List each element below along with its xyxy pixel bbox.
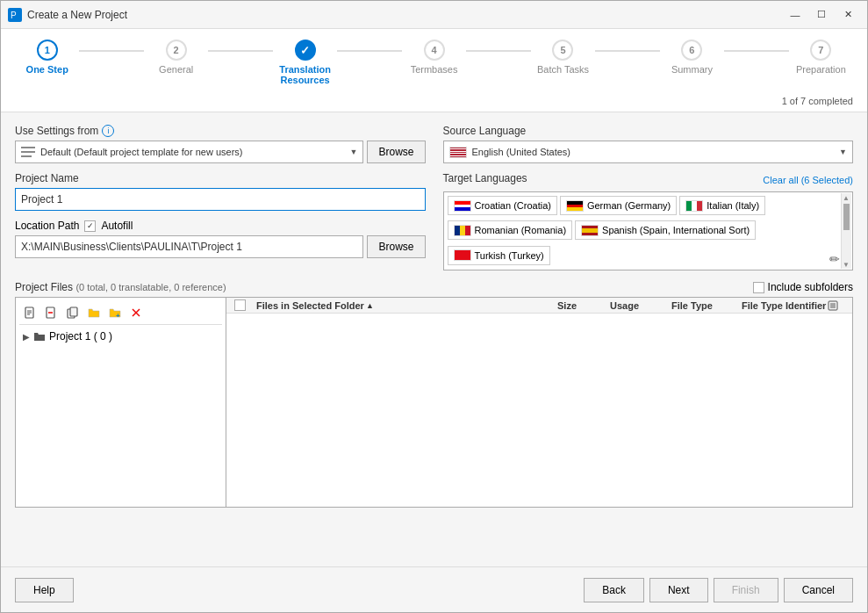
folder-expand-icon: ▶ [23, 332, 30, 342]
target-languages-container: Croatian (Croatia) German (Germany) Ital… [443, 191, 854, 270]
include-subfolders-checkbox[interactable] [753, 282, 764, 293]
location-path-input[interactable] [15, 235, 363, 258]
header-checkbox[interactable] [234, 299, 246, 311]
step-6[interactable]: 6 Summary [660, 40, 724, 82]
svg-text:+: + [116, 312, 120, 319]
flag-tr [454, 249, 471, 261]
toolbar-remove-btn[interactable] [42, 303, 61, 322]
sort-arrow-icon: ▲ [366, 301, 374, 310]
step-7-circle: 7 [810, 40, 831, 61]
step-2[interactable]: 2 General [144, 40, 208, 82]
scroll-down-btn[interactable]: ▼ [842, 260, 850, 269]
step-5[interactable]: 5 Batch Tasks [531, 40, 595, 82]
project-files-info: (0 total, 0 translatable, 0 reference) [75, 282, 226, 292]
new-file-icon [25, 306, 37, 319]
use-settings-select[interactable]: Default (Default project template for ne… [15, 141, 363, 163]
main-window: P Create a New Project — ☐ ✕ 1 One Step … [0, 0, 868, 613]
table-body [226, 314, 852, 507]
step-4[interactable]: 4 Termbases [402, 40, 466, 82]
steps-row: 1 One Step 2 General ✓ Translation Resou… [15, 40, 853, 92]
app-icon: P [8, 8, 22, 22]
toolbar-folder-btn[interactable] [84, 303, 104, 322]
location-path-label: Location Path Autofill [15, 220, 426, 232]
tree-item-project1[interactable]: ▶ Project 1 ( 0 ) [19, 328, 222, 344]
step-1-circle: 1 [37, 40, 58, 61]
step-5-circle: 5 [552, 40, 573, 61]
flag-it [685, 200, 703, 212]
cancel-button[interactable]: Cancel [784, 578, 853, 602]
toolbar-new-btn[interactable] [21, 303, 40, 322]
step-3[interactable]: ✓ Translation Resources [273, 40, 337, 92]
header-usage: Usage [606, 300, 668, 311]
window-title: Create a New Project [27, 9, 783, 21]
connector-2-3 [208, 50, 272, 52]
us-flag [449, 147, 467, 158]
browse-button-2[interactable]: Browse [367, 235, 425, 258]
tree-item-label: Project 1 ( 0 ) [49, 330, 112, 343]
title-bar: P Create a New Project — ☐ ✕ [1, 1, 867, 29]
maximize-button[interactable]: ☐ [809, 6, 834, 24]
step-6-circle: 6 [681, 40, 702, 61]
files-table: Files in Selected Folder ▲ Size Usage Fi… [226, 298, 852, 507]
file-toolbar: + [19, 301, 222, 325]
finish-button[interactable]: Finish [714, 578, 778, 602]
use-settings-row: Default (Default project template for ne… [15, 141, 426, 163]
lang-tag-de[interactable]: German (Germany) [560, 196, 677, 215]
lang-tag-ro[interactable]: Romanian (Romania) [448, 220, 573, 240]
connector-1-2 [79, 50, 143, 52]
lang-tag-es[interactable]: Spanish (Spain, International Sort) [575, 220, 756, 240]
lang-tag-it[interactable]: Italian (Italy) [679, 196, 765, 215]
folder-add-icon: + [109, 306, 121, 319]
window-controls: — ☐ ✕ [783, 6, 860, 24]
project-name-input[interactable] [15, 188, 426, 211]
svg-rect-2 [21, 147, 35, 148]
close-button[interactable]: ✕ [836, 6, 860, 24]
project-name-label: Project Name [15, 172, 426, 184]
column-settings-icon[interactable] [828, 300, 838, 311]
header-identifier: File Type Identifier [738, 300, 852, 311]
step-2-circle: 2 [166, 40, 187, 61]
main-content: Use Settings from i Default (Default pro… [1, 112, 867, 566]
flag-de [566, 200, 584, 212]
lang-tag-tr[interactable]: Turkish (Turkey) [448, 246, 550, 265]
connector-6-7 [724, 50, 788, 52]
scrollbar[interactable]: ▲ ▼ [841, 193, 851, 269]
flag-es [581, 225, 599, 236]
next-button[interactable]: Next [649, 578, 708, 602]
form-left: Use Settings from i Default (Default pro… [15, 125, 426, 270]
connector-4-5 [466, 50, 530, 52]
header-name[interactable]: Files in Selected Folder ▲ [253, 300, 554, 311]
toolbar-delete-btn[interactable] [126, 303, 146, 322]
project-files-header: Project Files (0 total, 0 translatable, … [15, 281, 853, 293]
use-settings-label: Use Settings from i [15, 125, 426, 137]
autofill-checkbox[interactable] [84, 220, 96, 232]
step-7[interactable]: 7 Preparation [789, 40, 853, 82]
progress-text: 1 of 7 completed [15, 92, 853, 112]
scroll-up-btn[interactable]: ▲ [842, 193, 850, 202]
step-7-label: Preparation [796, 64, 846, 82]
toolbar-copy-btn[interactable] [63, 303, 82, 322]
minimize-button[interactable]: — [783, 6, 807, 24]
select-arrow-icon: ▼ [350, 148, 358, 156]
scrollbar-thumb[interactable] [843, 204, 850, 230]
location-path-row: Browse [15, 235, 426, 258]
target-languages-header: Target Languages Clear all (6 Selected) [443, 172, 854, 188]
step-6-label: Summary [671, 64, 713, 82]
back-button[interactable]: Back [584, 578, 644, 602]
source-language-select[interactable]: English (United States) ▼ [443, 141, 854, 163]
info-icon[interactable]: i [102, 125, 114, 137]
project-files-section: Project Files (0 total, 0 translatable, … [15, 281, 853, 508]
file-tree: + ▶ Project 1 ( 0 ) [16, 298, 226, 507]
step-4-label: Termbases [411, 64, 458, 82]
edit-icon[interactable]: ✏ [829, 252, 840, 266]
checkmark-icon: ✓ [300, 44, 310, 57]
step-2-label: General [159, 64, 193, 82]
header-checkbox-col [226, 299, 253, 311]
step-1[interactable]: 1 One Step [15, 40, 79, 82]
browse-button-1[interactable]: Browse [367, 141, 425, 163]
lang-tag-hr[interactable]: Croatian (Croatia) [448, 196, 557, 215]
svg-rect-4 [21, 155, 32, 157]
help-button[interactable]: Help [15, 578, 74, 602]
clear-all-link[interactable]: Clear all (6 Selected) [763, 175, 853, 185]
toolbar-folder-add-btn[interactable]: + [105, 303, 125, 322]
